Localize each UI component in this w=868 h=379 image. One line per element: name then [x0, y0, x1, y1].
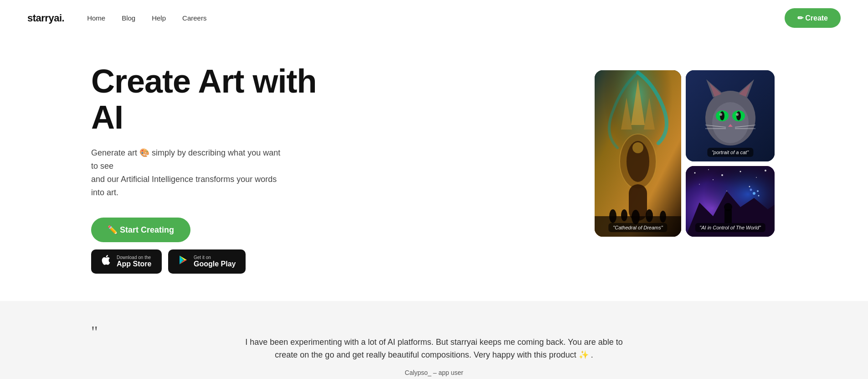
logo-text: starryai — [27, 12, 62, 24]
app-store-small-text: Download on the — [117, 255, 151, 260]
google-play-text: Get it on Google Play — [194, 255, 236, 268]
app-store-button[interactable]: Download on the App Store — [91, 249, 162, 274]
hero-subtitle-part1: Generate art 🎨 simply by describing what… — [91, 148, 280, 171]
google-play-large-text: Google Play — [194, 260, 236, 268]
svg-point-50 — [753, 192, 755, 195]
apple-icon — [101, 255, 111, 268]
grid-image-space: "AI in Control of The World" — [686, 166, 775, 237]
navbar: starryai. Home Blog Help Careers ✏ Creat… — [0, 0, 868, 36]
grid-image-cat: "portrait of a cat" — [686, 70, 775, 161]
svg-point-27 — [719, 113, 722, 116]
grid-image-cathedral: "Cathedral of Dreams" — [595, 70, 681, 237]
nav-link-home[interactable]: Home — [87, 14, 105, 22]
logo: starryai. — [27, 12, 64, 24]
cathedral-caption: "Cathedral of Dreams" — [608, 223, 667, 232]
google-play-small-text: Get it on — [194, 255, 236, 260]
testimonial-text: I have been experimenting with a lot of … — [238, 336, 630, 362]
hero-section: Create Art with AI Generate art 🎨 simply… — [0, 36, 868, 301]
svg-point-40 — [740, 171, 741, 172]
hero-image-grid: "Cathedral of Dreams" — [595, 70, 804, 266]
hero-left: Create Art with AI Generate art 🎨 simply… — [91, 63, 355, 274]
svg-point-8 — [632, 142, 643, 153]
svg-point-12 — [621, 209, 627, 221]
nav-item-careers[interactable]: Careers — [182, 14, 206, 22]
google-play-button[interactable]: Get it on Google Play — [168, 249, 246, 274]
cat-caption: "portrait of a cat" — [707, 148, 753, 157]
nav-link-careers[interactable]: Careers — [182, 14, 206, 22]
nav-link-help[interactable]: Help — [152, 14, 166, 22]
cathedral-image — [595, 70, 681, 237]
svg-point-13 — [632, 210, 640, 224]
svg-point-46 — [713, 179, 714, 180]
image-grid: "Cathedral of Dreams" — [595, 70, 804, 237]
logo-dot: . — [62, 12, 65, 24]
nav-link-blog[interactable]: Blog — [122, 14, 135, 22]
create-button[interactable]: ✏ Create — [785, 8, 841, 28]
nav-item-home[interactable]: Home — [87, 14, 105, 22]
svg-point-52 — [750, 189, 752, 191]
testimonial-author: Calypso_ – app user — [91, 369, 777, 376]
svg-point-42 — [765, 170, 766, 171]
svg-point-22 — [712, 102, 749, 143]
svg-point-43 — [699, 184, 700, 185]
hero-subtitle: Generate art 🎨 simply by describing what… — [91, 146, 287, 199]
app-store-text: Download on the App Store — [117, 255, 151, 268]
svg-point-26 — [736, 111, 741, 120]
start-creating-button[interactable]: ✏️ Start Creating — [91, 218, 190, 242]
svg-point-14 — [646, 209, 653, 222]
hero-title: Create Art with AI — [91, 63, 355, 135]
svg-point-51 — [757, 190, 759, 192]
svg-point-11 — [609, 209, 616, 223]
svg-point-38 — [708, 169, 709, 170]
svg-rect-48 — [724, 209, 732, 223]
testimonial-section: " I have been experimenting with a lot o… — [0, 301, 868, 379]
nav-item-help[interactable]: Help — [152, 14, 166, 22]
svg-point-44 — [749, 186, 750, 187]
space-caption: "AI in Control of The World" — [695, 223, 765, 232]
app-store-large-text: App Store — [117, 260, 151, 268]
google-play-icon — [178, 255, 188, 268]
svg-point-39 — [721, 174, 723, 176]
svg-point-37 — [694, 172, 696, 174]
store-buttons: Download on the App Store Get it on Goog… — [91, 249, 246, 274]
nav-links: Home Blog Help Careers — [87, 14, 206, 22]
svg-point-41 — [756, 177, 757, 178]
hero-buttons: ✏️ Start Creating Download on the App St… — [91, 218, 355, 274]
svg-point-15 — [660, 211, 666, 223]
svg-point-25 — [720, 111, 724, 120]
svg-point-53 — [758, 195, 760, 197]
svg-point-49 — [724, 203, 732, 211]
navbar-left: starryai. Home Blog Help Careers — [27, 12, 206, 24]
nav-item-blog[interactable]: Blog — [122, 14, 135, 22]
hero-subtitle-part2: and our Artificial Intelligence transfor… — [91, 175, 277, 197]
svg-point-28 — [736, 113, 739, 116]
